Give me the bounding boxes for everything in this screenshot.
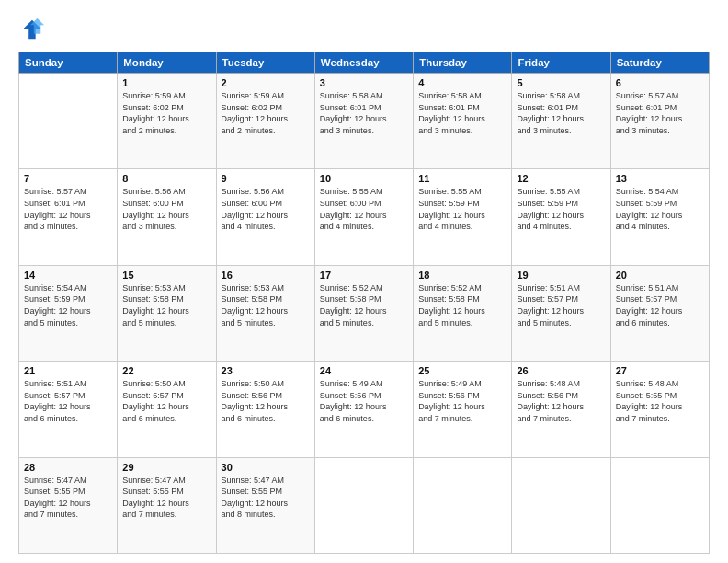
day-info: Sunrise: 5:52 AM Sunset: 5:58 PM Dayligh… (320, 282, 408, 328)
day-number: 27 (616, 365, 704, 376)
day-number: 17 (320, 270, 408, 281)
day-number: 7 (24, 173, 112, 184)
day-number: 11 (418, 173, 506, 184)
day-info: Sunrise: 5:49 AM Sunset: 5:56 PM Dayligh… (418, 378, 506, 424)
week-row-1: 1Sunrise: 5:59 AM Sunset: 6:02 PM Daylig… (19, 74, 710, 169)
day-number: 1 (122, 77, 210, 88)
day-cell: 7Sunrise: 5:57 AM Sunset: 6:01 PM Daylig… (19, 169, 118, 265)
day-cell (512, 457, 610, 553)
day-info: Sunrise: 5:49 AM Sunset: 5:56 PM Dayligh… (320, 378, 408, 424)
day-info: Sunrise: 5:58 AM Sunset: 6:01 PM Dayligh… (418, 90, 506, 136)
day-number: 29 (122, 462, 210, 473)
day-cell: 5Sunrise: 5:58 AM Sunset: 6:01 PM Daylig… (512, 74, 610, 169)
day-info: Sunrise: 5:57 AM Sunset: 6:01 PM Dayligh… (616, 90, 704, 136)
day-cell: 4Sunrise: 5:58 AM Sunset: 6:01 PM Daylig… (414, 74, 512, 169)
day-cell: 13Sunrise: 5:54 AM Sunset: 5:59 PM Dayli… (610, 169, 709, 265)
day-number: 4 (418, 77, 506, 88)
day-number: 15 (122, 270, 210, 281)
day-number: 23 (222, 365, 310, 376)
day-number: 6 (616, 77, 704, 88)
day-cell (414, 457, 512, 553)
day-number: 24 (320, 365, 408, 376)
calendar-header: SundayMondayTuesdayWednesdayThursdayFrid… (19, 52, 710, 74)
day-cell: 30Sunrise: 5:47 AM Sunset: 5:55 PM Dayli… (216, 457, 314, 553)
day-info: Sunrise: 5:55 AM Sunset: 5:59 PM Dayligh… (418, 186, 506, 232)
day-cell: 16Sunrise: 5:53 AM Sunset: 5:58 PM Dayli… (216, 265, 314, 361)
day-number: 14 (24, 270, 112, 281)
day-number: 25 (418, 365, 506, 376)
logo (18, 17, 46, 42)
day-cell: 19Sunrise: 5:51 AM Sunset: 5:57 PM Dayli… (512, 265, 610, 361)
week-row-4: 21Sunrise: 5:51 AM Sunset: 5:57 PM Dayli… (19, 362, 710, 457)
header-row: SundayMondayTuesdayWednesdayThursdayFrid… (19, 52, 710, 74)
day-cell: 9Sunrise: 5:56 AM Sunset: 6:00 PM Daylig… (216, 169, 314, 265)
day-info: Sunrise: 5:59 AM Sunset: 6:02 PM Dayligh… (122, 90, 210, 136)
header-cell-saturday: Saturday (610, 52, 709, 74)
day-number: 30 (222, 462, 310, 473)
day-info: Sunrise: 5:59 AM Sunset: 6:02 PM Dayligh… (222, 90, 310, 136)
day-cell: 8Sunrise: 5:56 AM Sunset: 6:00 PM Daylig… (118, 169, 216, 265)
week-row-5: 28Sunrise: 5:47 AM Sunset: 5:55 PM Dayli… (19, 457, 710, 553)
page: SundayMondayTuesdayWednesdayThursdayFrid… (0, 0, 728, 563)
day-cell (314, 457, 413, 553)
day-number: 9 (222, 173, 310, 184)
day-cell: 12Sunrise: 5:55 AM Sunset: 5:59 PM Dayli… (512, 169, 610, 265)
day-info: Sunrise: 5:48 AM Sunset: 5:55 PM Dayligh… (616, 378, 704, 424)
day-cell: 20Sunrise: 5:51 AM Sunset: 5:57 PM Dayli… (610, 265, 709, 361)
day-number: 20 (616, 270, 704, 281)
day-info: Sunrise: 5:47 AM Sunset: 5:55 PM Dayligh… (222, 475, 310, 521)
day-info: Sunrise: 5:56 AM Sunset: 6:00 PM Dayligh… (122, 186, 210, 232)
day-info: Sunrise: 5:51 AM Sunset: 5:57 PM Dayligh… (24, 378, 112, 424)
day-info: Sunrise: 5:51 AM Sunset: 5:57 PM Dayligh… (517, 282, 605, 328)
day-info: Sunrise: 5:55 AM Sunset: 5:59 PM Dayligh… (517, 186, 605, 232)
calendar-body: 1Sunrise: 5:59 AM Sunset: 6:02 PM Daylig… (19, 74, 710, 554)
calendar-table: SundayMondayTuesdayWednesdayThursdayFrid… (18, 52, 710, 554)
header-cell-thursday: Thursday (414, 52, 512, 74)
day-cell: 23Sunrise: 5:50 AM Sunset: 5:56 PM Dayli… (216, 362, 314, 457)
day-number: 12 (517, 173, 605, 184)
day-cell: 21Sunrise: 5:51 AM Sunset: 5:57 PM Dayli… (19, 362, 118, 457)
day-cell: 22Sunrise: 5:50 AM Sunset: 5:57 PM Dayli… (118, 362, 216, 457)
header-cell-monday: Monday (118, 52, 216, 74)
day-number: 3 (320, 77, 408, 88)
day-info: Sunrise: 5:50 AM Sunset: 5:57 PM Dayligh… (122, 378, 210, 424)
day-cell: 24Sunrise: 5:49 AM Sunset: 5:56 PM Dayli… (314, 362, 413, 457)
day-info: Sunrise: 5:47 AM Sunset: 5:55 PM Dayligh… (24, 475, 112, 521)
day-number: 8 (122, 173, 210, 184)
day-info: Sunrise: 5:50 AM Sunset: 5:56 PM Dayligh… (222, 378, 310, 424)
day-info: Sunrise: 5:52 AM Sunset: 5:58 PM Dayligh… (418, 282, 506, 328)
day-info: Sunrise: 5:57 AM Sunset: 6:01 PM Dayligh… (24, 186, 112, 232)
day-info: Sunrise: 5:56 AM Sunset: 6:00 PM Dayligh… (222, 186, 310, 232)
header-cell-friday: Friday (512, 52, 610, 74)
day-cell: 28Sunrise: 5:47 AM Sunset: 5:55 PM Dayli… (19, 457, 118, 553)
day-number: 5 (517, 77, 605, 88)
header-cell-sunday: Sunday (19, 52, 118, 74)
header-cell-tuesday: Tuesday (216, 52, 314, 74)
day-info: Sunrise: 5:51 AM Sunset: 5:57 PM Dayligh… (616, 282, 704, 328)
day-number: 18 (418, 270, 506, 281)
day-number: 2 (222, 77, 310, 88)
day-number: 19 (517, 270, 605, 281)
day-info: Sunrise: 5:53 AM Sunset: 5:58 PM Dayligh… (122, 282, 210, 328)
day-cell: 10Sunrise: 5:55 AM Sunset: 6:00 PM Dayli… (314, 169, 413, 265)
header (18, 17, 710, 42)
day-number: 16 (222, 270, 310, 281)
day-cell: 25Sunrise: 5:49 AM Sunset: 5:56 PM Dayli… (414, 362, 512, 457)
day-cell: 3Sunrise: 5:58 AM Sunset: 6:01 PM Daylig… (314, 74, 413, 169)
day-info: Sunrise: 5:58 AM Sunset: 6:01 PM Dayligh… (320, 90, 408, 136)
day-cell: 11Sunrise: 5:55 AM Sunset: 5:59 PM Dayli… (414, 169, 512, 265)
day-number: 28 (24, 462, 112, 473)
day-cell: 6Sunrise: 5:57 AM Sunset: 6:01 PM Daylig… (610, 74, 709, 169)
day-cell: 17Sunrise: 5:52 AM Sunset: 5:58 PM Dayli… (314, 265, 413, 361)
week-row-2: 7Sunrise: 5:57 AM Sunset: 6:01 PM Daylig… (19, 169, 710, 265)
day-cell: 29Sunrise: 5:47 AM Sunset: 5:55 PM Dayli… (118, 457, 216, 553)
day-cell (610, 457, 709, 553)
day-info: Sunrise: 5:53 AM Sunset: 5:58 PM Dayligh… (222, 282, 310, 328)
day-cell: 27Sunrise: 5:48 AM Sunset: 5:55 PM Dayli… (610, 362, 709, 457)
day-cell: 1Sunrise: 5:59 AM Sunset: 6:02 PM Daylig… (118, 74, 216, 169)
day-number: 26 (517, 365, 605, 376)
day-info: Sunrise: 5:58 AM Sunset: 6:01 PM Dayligh… (517, 90, 605, 136)
day-number: 13 (616, 173, 704, 184)
day-number: 10 (320, 173, 408, 184)
day-cell: 18Sunrise: 5:52 AM Sunset: 5:58 PM Dayli… (414, 265, 512, 361)
